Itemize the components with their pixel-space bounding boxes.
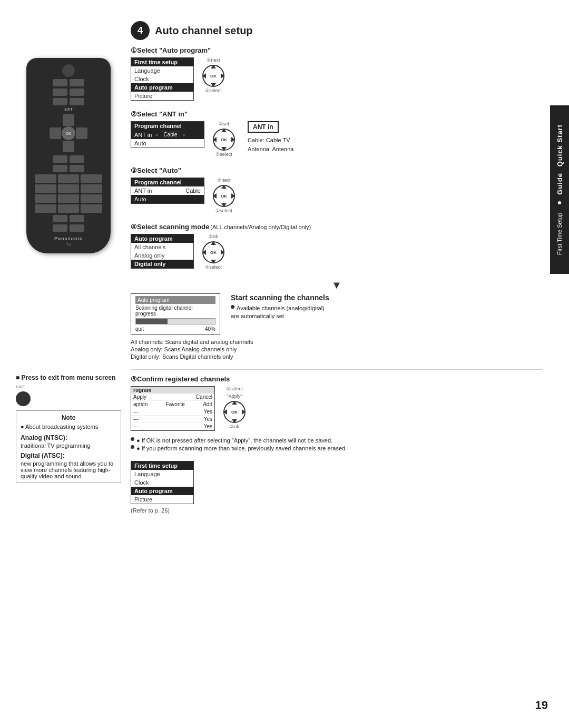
- refer-text: (Refer to p. 26): [131, 507, 194, 514]
- step5-ok-circle: OK: [223, 401, 246, 423]
- cable-note-line2: Antenna: Antenna: [248, 145, 293, 154]
- step1-row-clock: Clock: [131, 75, 193, 83]
- ok-text-5: OK: [231, 410, 238, 415]
- dpad-right[interactable]: [76, 127, 87, 139]
- step5-notes: ● If OK is not pressed after selecting "…: [131, 437, 543, 451]
- step2-set-label: ②set: [219, 121, 229, 126]
- ok-arrow-down-3: [221, 203, 227, 207]
- num-5[interactable]: [58, 184, 80, 193]
- step3-ant-label: ANT in: [134, 188, 152, 194]
- num-7[interactable]: [35, 194, 56, 203]
- step5-ok-area: ①select "Apply" OK ②ok: [223, 386, 246, 429]
- dpad-left[interactable]: [50, 127, 61, 139]
- remote-btn-8[interactable]: [70, 155, 84, 163]
- remote-btn-5[interactable]: [53, 98, 67, 105]
- step2-select-label: ①select: [215, 152, 232, 157]
- step5-bullet-2: ● If you perform scanning more than twic…: [131, 445, 543, 451]
- remote-btn-1[interactable]: [53, 79, 67, 86]
- remote-btn-6[interactable]: [70, 98, 84, 105]
- exit-label: EXIT: [31, 107, 106, 111]
- step2-section: ②Select "ANT in" Program channel ANT in …: [131, 110, 543, 157]
- step4-section: ④Select scanning mode (ALL channels/Anal…: [131, 223, 543, 270]
- remote-btn-b3[interactable]: [53, 224, 67, 232]
- remote-btn-b2[interactable]: [70, 215, 84, 222]
- cancel-btn[interactable]: Cancel: [196, 394, 212, 400]
- step5-bullet-1: ● If OK is not pressed after selecting "…: [131, 437, 543, 444]
- confirm-yes-row-3: --- Yes: [131, 423, 214, 430]
- num-6[interactable]: [81, 184, 102, 193]
- num-0[interactable]: [35, 204, 56, 213]
- step3-menu-box: Program channel ANT in Cable Auto: [131, 178, 204, 204]
- ok-text-2: OK: [221, 137, 227, 142]
- num-3[interactable]: [81, 174, 102, 183]
- ok-text-4: OK: [210, 250, 217, 255]
- note-box: Note ● About broadcasting systems Analog…: [16, 410, 121, 483]
- remote-btn-2[interactable]: [70, 79, 84, 86]
- num-9[interactable]: [81, 194, 102, 203]
- step2-row: Program channel ANT in ◄ Cable ► Auto ②s…: [131, 121, 543, 157]
- scan-sub2: progress: [135, 311, 215, 317]
- remote-body: EXIT OK: [26, 58, 111, 253]
- main-content: 4 Auto channel setup ①Select "Auto progr…: [131, 21, 543, 707]
- num-extra2[interactable]: [81, 204, 102, 213]
- remote-btn-10[interactable]: [70, 165, 84, 172]
- apply-btn[interactable]: Apply: [133, 394, 146, 400]
- step1-next-label: ②next: [207, 57, 220, 63]
- remote-btn-b1[interactable]: [53, 215, 67, 222]
- num-4[interactable]: [35, 184, 56, 193]
- digital-desc: new programming that allows you to view …: [21, 460, 116, 479]
- bottom-menu-header: First time setup: [131, 461, 193, 470]
- ant-in-box: ANT in: [248, 121, 279, 133]
- scan-info-3: Digital only: Scans Digital channels onl…: [131, 353, 543, 360]
- cable-value: Cable: [161, 131, 180, 138]
- num-1[interactable]: [35, 174, 56, 183]
- dpad-up[interactable]: [63, 114, 74, 126]
- exit-button[interactable]: [16, 391, 31, 406]
- scan-fill: [136, 319, 168, 324]
- step4-select-label: ①select: [205, 264, 222, 270]
- ok-arrow-up-3: [221, 185, 227, 189]
- press-exit-section: ■ Press to exit from menu screen EXIT No…: [16, 374, 121, 483]
- step2-menu-header: Program channel: [131, 122, 204, 130]
- ok-arrow-left-5: [223, 409, 227, 415]
- ant-in-label: ANT in: [134, 132, 152, 138]
- scan-title-text: Start scanning the channels: [231, 293, 329, 302]
- step2-ok-area: ②set OK ①select: [213, 121, 235, 157]
- remote-btn-9[interactable]: [53, 165, 67, 172]
- remote-btn-3[interactable]: [53, 88, 67, 96]
- bottom-menu-box: First time setup Language Clock Auto pro…: [131, 461, 194, 504]
- step3-auto-row: Auto: [131, 195, 204, 203]
- remote-btn-4[interactable]: [70, 88, 84, 96]
- scan-row: Auto program Scanning digital channel pr…: [131, 293, 543, 335]
- divider: [131, 369, 543, 370]
- step5-label: ⑤Confirm registered channels: [131, 375, 543, 383]
- remote-btn-b4[interactable]: [70, 224, 84, 232]
- remote-btn-7[interactable]: [53, 155, 67, 163]
- scan-info-1: All channels: Scans digital and analog c…: [131, 339, 543, 345]
- step1-row-auto-program: Auto program: [131, 83, 193, 92]
- step4-menu-box: Auto program All channels Analog only Di…: [131, 234, 194, 269]
- ok-button[interactable]: OK: [62, 126, 75, 140]
- arrow-down: ▼: [131, 279, 543, 291]
- step4-label: ④Select scanning mode (ALL channels/Anal…: [131, 223, 543, 231]
- ok-arrow-right-2: [231, 137, 235, 142]
- dpad[interactable]: OK: [50, 114, 87, 152]
- step1-label: ①Select "Auto program": [131, 46, 543, 54]
- quick-start-title: Quick Start: [556, 124, 564, 166]
- yes-3: Yes: [204, 424, 212, 429]
- step5-section: ⑤Confirm registered channels rogram Appl…: [131, 375, 543, 451]
- num-8[interactable]: [58, 194, 80, 203]
- step3-row: Program channel ANT in Cable Auto ②next …: [131, 178, 543, 213]
- step1-section: ①Select "Auto program" First time setup …: [131, 46, 543, 101]
- step1-ok-circle: OK: [202, 65, 224, 87]
- scan-percent: 40%: [205, 326, 215, 332]
- ok-text-3: OK: [221, 194, 227, 199]
- dpad-down[interactable]: [63, 141, 74, 152]
- bottom-menu-wrapper: First time setup Language Clock Auto pro…: [131, 461, 194, 514]
- step2-label: ②Select "ANT in": [131, 110, 543, 118]
- ok-arrow-down-2: [221, 147, 227, 151]
- num-2[interactable]: [58, 174, 80, 183]
- num-extra1[interactable]: [58, 204, 80, 213]
- power-btn[interactable]: [62, 64, 75, 77]
- step2-ant-row: ANT in ◄ Cable ►: [131, 130, 204, 139]
